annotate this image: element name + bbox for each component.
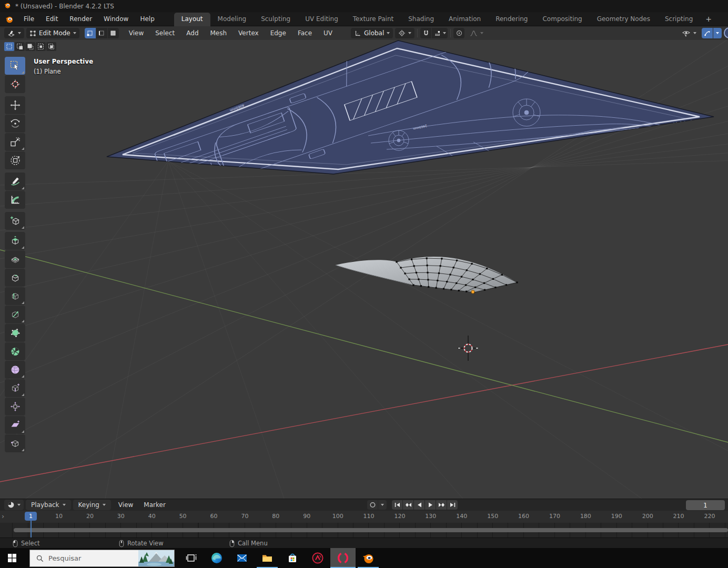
tool-loop-cut[interactable] — [5, 287, 25, 305]
tool-shear[interactable] — [5, 416, 25, 434]
timeline-menu-view[interactable]: View — [113, 500, 138, 510]
taskbar-app-task-view[interactable] — [179, 548, 204, 568]
start-button[interactable] — [0, 548, 24, 568]
blueprint-plane-object[interactable]: Ford Escort MK3 1987 4060mm 2460mm — [107, 40, 714, 188]
vertex-select-button[interactable] — [85, 28, 96, 38]
timeline-editor-type-button[interactable] — [4, 500, 24, 510]
taskbar-app-store[interactable] — [280, 548, 305, 568]
viewport-menu-face[interactable]: Face — [292, 26, 318, 40]
mode-dropdown[interactable]: Edit Mode — [26, 28, 79, 38]
timeline-menu-playback[interactable]: Playback — [26, 500, 71, 510]
tool-add-cube[interactable] — [5, 212, 25, 230]
taskbar-app-radeon[interactable] — [305, 548, 330, 568]
tab-rendering[interactable]: Rendering — [488, 13, 535, 26]
gizmos-dropdown[interactable] — [713, 28, 722, 38]
blender-menu-icon[interactable] — [0, 15, 18, 24]
taskbar-search[interactable] — [29, 550, 175, 567]
tool-cursor[interactable] — [5, 75, 25, 93]
menu-edit[interactable]: Edit — [40, 12, 64, 26]
tool-scale[interactable] — [5, 133, 25, 151]
snap-target-dropdown[interactable] — [432, 28, 448, 38]
tab-compositing[interactable]: Compositing — [535, 13, 589, 26]
tool-transform[interactable] — [5, 151, 25, 169]
viewport-menu-view[interactable]: View — [123, 26, 149, 40]
taskbar-app-file-explorer[interactable] — [255, 548, 280, 568]
proportional-editing-toggle[interactable] — [453, 28, 464, 38]
viewport-3d[interactable]: Ford Escort MK3 1987 4060mm 2460mm User … — [0, 40, 728, 499]
viewport-menu-vertex[interactable]: Vertex — [232, 26, 265, 40]
previous-keyframe-button[interactable] — [403, 500, 413, 510]
tool-tweak-select-box[interactable] — [5, 57, 25, 75]
taskbar-app-blender[interactable] — [356, 548, 381, 568]
tab-modeling[interactable]: Modeling — [210, 13, 254, 26]
gizmos-toggle-button[interactable] — [702, 28, 713, 38]
playhead-frame-badge[interactable]: 1 — [25, 512, 37, 521]
tool-knife[interactable] — [5, 306, 25, 323]
timeline-menu-marker[interactable]: Marker — [138, 500, 170, 510]
collapse-arrow-icon[interactable]: › — [2, 512, 4, 520]
menu-help[interactable]: Help — [134, 12, 160, 26]
show-hide-dropdown[interactable] — [679, 28, 700, 38]
search-input[interactable] — [48, 554, 127, 562]
viewport-menu-edge[interactable]: Edge — [265, 26, 292, 40]
pivot-point-dropdown[interactable] — [395, 28, 414, 38]
tab-animation[interactable]: Animation — [441, 13, 488, 26]
taskbar-app-edge[interactable] — [204, 548, 229, 568]
next-keyframe-button[interactable] — [436, 500, 447, 510]
menu-render[interactable]: Render — [64, 12, 98, 26]
jump-to-end-button[interactable] — [447, 500, 458, 510]
viewport-menu-uv[interactable]: UV — [318, 26, 338, 40]
auto-keying-toggle[interactable] — [367, 500, 378, 510]
tab-geometry-nodes[interactable]: Geometry Nodes — [590, 13, 658, 26]
tool-poly-build[interactable] — [5, 324, 25, 342]
timeline-menu-keying[interactable]: Keying — [73, 500, 111, 510]
timeline-scrollbar[interactable] — [14, 528, 728, 532]
menu-window[interactable]: Window — [98, 12, 134, 26]
viewport-menu-select[interactable]: Select — [149, 26, 180, 40]
viewport-menu-add[interactable]: Add — [180, 26, 204, 40]
tool-rip-region[interactable] — [5, 434, 25, 452]
play-reverse-button[interactable] — [414, 500, 424, 510]
menu-file[interactable]: File — [18, 12, 40, 26]
taskbar-app-opera-gx[interactable] — [330, 548, 356, 568]
play-button[interactable] — [425, 500, 436, 510]
viewport-shading-button-partial[interactable] — [724, 27, 728, 38]
tool-shrink-fatten[interactable] — [5, 398, 25, 415]
tool-annotate[interactable] — [5, 173, 25, 190]
tab-sculpting[interactable]: Sculpting — [254, 13, 298, 26]
auto-keying-dropdown[interactable] — [378, 500, 387, 510]
edited-mesh-plane[interactable] — [336, 257, 518, 293]
tool-rotate[interactable] — [5, 115, 25, 133]
select-extend-button[interactable] — [15, 42, 25, 51]
jump-to-start-button[interactable] — [392, 500, 402, 510]
current-frame-field[interactable]: 1 — [686, 500, 725, 510]
proportional-falloff-dropdown[interactable] — [467, 28, 487, 38]
select-set-button[interactable] — [4, 42, 14, 51]
snap-toggle-button[interactable] — [420, 28, 431, 38]
viewport-menu-mesh[interactable]: Mesh — [205, 26, 233, 40]
tab-shading[interactable]: Shading — [401, 13, 441, 26]
transform-orientation-dropdown[interactable]: Global — [351, 28, 393, 38]
tool-extrude-region[interactable] — [5, 232, 25, 250]
tab-texture-paint[interactable]: Texture Paint — [346, 13, 401, 26]
tool-measure[interactable] — [5, 191, 25, 209]
tool-inset-faces[interactable] — [5, 250, 25, 268]
tool-bevel[interactable] — [5, 269, 25, 287]
tab-scripting[interactable]: Scripting — [658, 13, 700, 26]
select-invert-button[interactable] — [36, 42, 46, 51]
timeline-ruler[interactable]: › 10203040506070809010011012013014015016… — [0, 511, 728, 523]
face-select-button[interactable] — [108, 28, 119, 38]
tool-edge-slide[interactable] — [5, 379, 25, 397]
tool-smooth[interactable] — [5, 361, 25, 379]
tab-uv-editing[interactable]: UV Editing — [298, 13, 346, 26]
search-decoration-image[interactable] — [138, 550, 174, 566]
tool-move[interactable] — [5, 96, 25, 114]
tab-layout[interactable]: Layout — [174, 13, 210, 26]
select-subtract-button[interactable] — [25, 42, 35, 51]
edge-select-button[interactable] — [96, 28, 107, 38]
add-workspace-button[interactable]: + — [700, 13, 717, 26]
taskbar-app-mail[interactable] — [229, 548, 255, 568]
tool-spin[interactable] — [5, 342, 25, 360]
select-intersect-button[interactable] — [46, 42, 56, 51]
editor-type-button[interactable] — [4, 28, 24, 38]
